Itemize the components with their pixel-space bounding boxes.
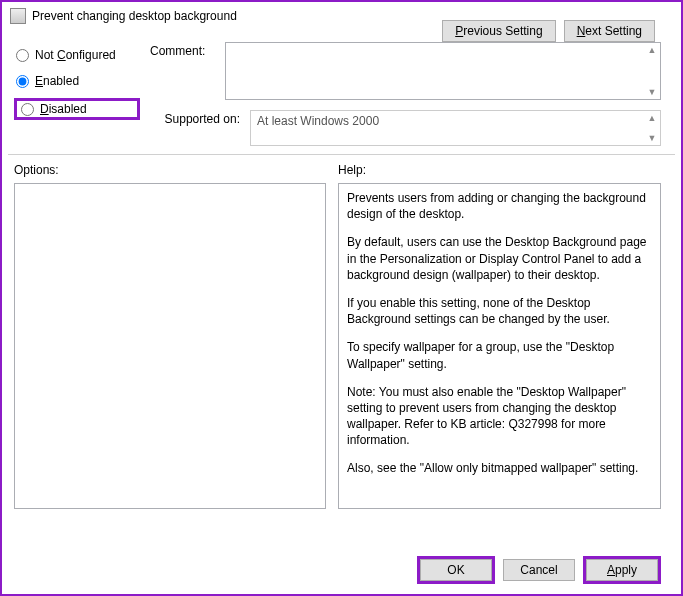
lower-area: Options: Help: Prevents users from addin… (2, 155, 681, 509)
help-p5: Note: You must also enable the "Desktop … (347, 384, 652, 449)
supported-scrollbar: ▲ ▼ (644, 111, 660, 145)
previous-setting-button[interactable]: Previous Setting (442, 20, 555, 42)
help-label: Help: (338, 161, 661, 179)
window-title: Prevent changing desktop background (32, 9, 237, 23)
help-p6: Also, see the "Allow only bitmapped wall… (347, 460, 652, 476)
radio-disabled-label: Disabled (40, 102, 87, 116)
upper-area: Not Configured Enabled Disabled Comment:… (2, 28, 681, 154)
cancel-button[interactable]: Cancel (503, 559, 575, 581)
ok-button[interactable]: OK (420, 559, 492, 581)
supported-on-value: At least Windows 2000 (257, 114, 379, 128)
highlight-disabled: Disabled (14, 98, 140, 120)
scroll-down-icon[interactable]: ▼ (644, 85, 660, 99)
supported-row: Supported on: At least Windows 2000 ▲ ▼ (150, 110, 661, 146)
apply-button[interactable]: Apply (586, 559, 658, 581)
radio-disabled[interactable]: Disabled (21, 102, 133, 116)
highlight-ok: OK (417, 556, 495, 584)
policy-icon (10, 8, 26, 24)
nav-buttons: Previous Setting Next Setting (442, 20, 655, 42)
radio-not-configured-label: Not Configured (35, 48, 116, 62)
supported-on-label: Supported on: (150, 110, 240, 146)
scroll-up-icon[interactable]: ▲ (644, 43, 660, 57)
radio-not-configured-input[interactable] (16, 49, 29, 62)
comment-textarea[interactable]: ▲ ▼ (225, 42, 661, 100)
help-p1: Prevents users from adding or changing t… (347, 190, 652, 222)
help-column: Help: Prevents users from adding or chan… (338, 161, 661, 509)
footer-buttons: OK Cancel Apply (417, 556, 661, 584)
options-label: Options: (14, 161, 326, 179)
highlight-apply: Apply (583, 556, 661, 584)
radio-disabled-input[interactable] (21, 103, 34, 116)
comment-row: Comment: ▲ ▼ (150, 42, 661, 100)
scroll-up-icon: ▲ (644, 111, 660, 125)
help-p4: To specify wallpaper for a group, use th… (347, 339, 652, 371)
comment-label: Comment: (150, 42, 215, 100)
right-column: Comment: ▲ ▼ Supported on: At least Wind… (150, 42, 661, 146)
radio-enabled[interactable]: Enabled (14, 72, 140, 90)
radio-not-configured[interactable]: Not Configured (14, 46, 140, 64)
scroll-down-icon: ▼ (644, 131, 660, 145)
comment-scrollbar[interactable]: ▲ ▼ (644, 43, 660, 99)
help-p3: If you enable this setting, none of the … (347, 295, 652, 327)
radio-enabled-label: Enabled (35, 74, 79, 88)
supported-on-box: At least Windows 2000 ▲ ▼ (250, 110, 661, 146)
help-p2: By default, users can use the Desktop Ba… (347, 234, 652, 283)
options-panel (14, 183, 326, 509)
next-setting-button[interactable]: Next Setting (564, 20, 655, 42)
help-panel[interactable]: Prevents users from adding or changing t… (338, 183, 661, 509)
state-radio-group: Not Configured Enabled Disabled (14, 42, 140, 146)
radio-enabled-input[interactable] (16, 75, 29, 88)
options-column: Options: (14, 161, 326, 509)
